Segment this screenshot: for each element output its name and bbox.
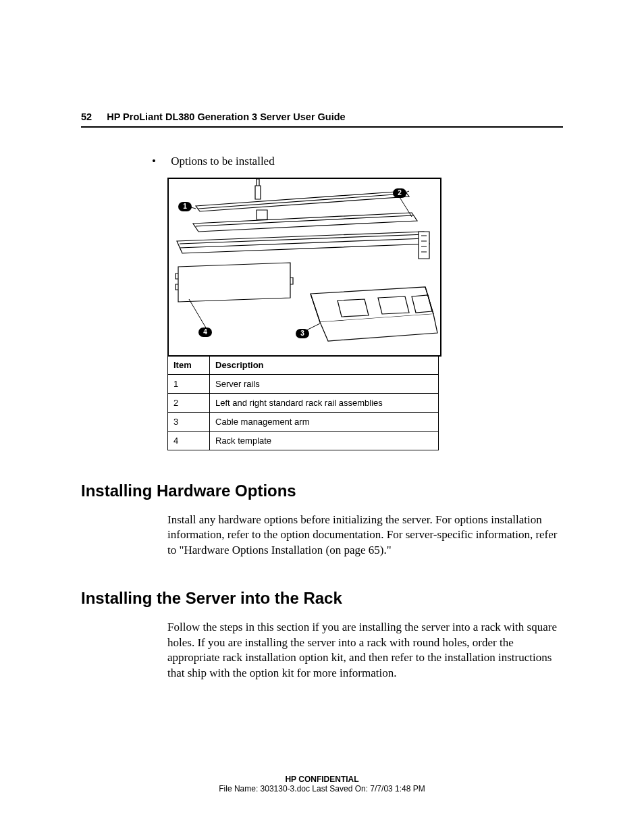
rack-hardware-figure: 1 2 3 4 — [167, 178, 441, 357]
bullet-item: • Options to be installed — [152, 155, 563, 168]
page-footer: HP CONFIDENTIAL File Name: 303130-3.doc … — [0, 775, 644, 793]
footer-confidential: HP CONFIDENTIAL — [0, 775, 644, 784]
table-row: 3 Cable management arm — [168, 413, 439, 432]
footer-fileinfo: File Name: 303130-3.doc Last Saved On: 7… — [0, 784, 644, 793]
cell-item: 1 — [168, 375, 210, 394]
callout-4-icon: 4 — [198, 328, 212, 337]
cell-desc: Cable management arm — [210, 413, 439, 432]
table-row: 4 Rack template — [168, 432, 439, 450]
page-number: 52 — [81, 111, 92, 122]
cell-desc: Rack template — [210, 432, 439, 450]
col-header-item: Item — [168, 356, 210, 375]
section-para-installing-hardware: Install any hardware options before init… — [167, 513, 559, 558]
cell-desc: Server rails — [210, 375, 439, 394]
section-para-installing-rack: Follow the steps in this section if you … — [167, 620, 559, 681]
cell-item: 3 — [168, 413, 210, 432]
page-header: 52 HP ProLiant DL380 Generation 3 Server… — [81, 111, 563, 128]
callout-1-icon: 1 — [178, 202, 192, 211]
col-header-desc: Description — [210, 356, 439, 375]
cell-desc: Left and right standard rack rail assemb… — [210, 394, 439, 413]
section-heading-installing-hardware: Installing Hardware Options — [81, 481, 563, 500]
bullet-text: Options to be installed — [171, 155, 274, 167]
bullet-dot-icon: • — [152, 155, 156, 167]
callout-3-icon: 3 — [296, 329, 309, 338]
doc-title: HP ProLiant DL380 Generation 3 Server Us… — [107, 111, 346, 122]
cell-item: 2 — [168, 394, 210, 413]
table-row: 2 Left and right standard rack rail asse… — [168, 394, 439, 413]
table-row: 1 Server rails — [168, 375, 439, 394]
page: 52 HP ProLiant DL380 Generation 3 Server… — [0, 0, 644, 834]
callout-2-icon: 2 — [393, 188, 406, 198]
section-heading-installing-rack: Installing the Server into the Rack — [81, 589, 563, 608]
parts-table: Item Description 1 Server rails 2 Left a… — [167, 355, 439, 450]
table-header-row: Item Description — [168, 356, 439, 375]
cell-item: 4 — [168, 432, 210, 450]
